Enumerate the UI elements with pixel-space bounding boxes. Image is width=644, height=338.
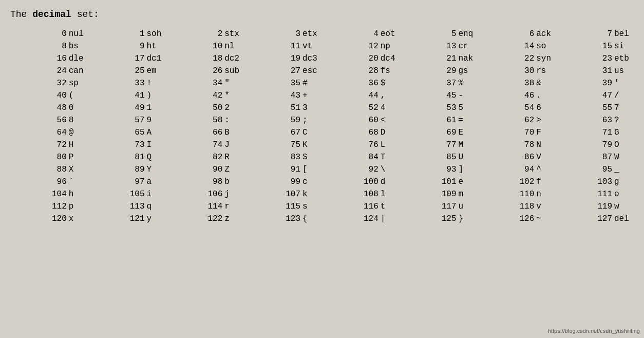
ascii-number: 100 bbox=[362, 177, 378, 186]
ascii-number: 43 bbox=[284, 91, 300, 100]
ascii-number: 62 bbox=[518, 116, 534, 125]
ascii-character: - bbox=[459, 91, 475, 100]
ascii-number: 58 bbox=[206, 116, 222, 125]
ascii-cell: 127del bbox=[556, 214, 634, 224]
ascii-number: 61 bbox=[440, 116, 457, 125]
ascii-number: 121 bbox=[128, 214, 145, 223]
ascii-character: K bbox=[302, 140, 319, 149]
ascii-character: S bbox=[302, 153, 319, 162]
ascii-number: 54 bbox=[518, 103, 534, 112]
ascii-cell: 18dc2 bbox=[166, 53, 244, 64]
ascii-number: 28 bbox=[362, 66, 378, 76]
ascii-character: q bbox=[147, 202, 163, 211]
ascii-cell: 62> bbox=[478, 115, 556, 125]
ascii-cell: 1soh bbox=[88, 29, 166, 39]
title-prefix: The bbox=[10, 9, 32, 20]
ascii-cell: 98b bbox=[166, 177, 244, 187]
ascii-number: 41 bbox=[128, 91, 145, 100]
ascii-number: 18 bbox=[206, 54, 222, 63]
ascii-character: n bbox=[536, 190, 553, 199]
ascii-number: 88 bbox=[50, 165, 67, 174]
ascii-cell: 15si bbox=[556, 41, 634, 51]
ascii-number: 114 bbox=[206, 202, 222, 211]
ascii-cell: 99c bbox=[244, 177, 322, 187]
ascii-cell: 74J bbox=[166, 140, 244, 150]
ascii-number: 50 bbox=[206, 103, 222, 112]
ascii-number: 109 bbox=[440, 190, 457, 199]
ascii-number: 36 bbox=[362, 79, 378, 88]
ascii-number: 92 bbox=[362, 165, 378, 174]
ascii-character: vt bbox=[302, 42, 319, 51]
ascii-number: 21 bbox=[440, 54, 457, 63]
ascii-cell: 96` bbox=[10, 177, 88, 187]
ascii-character: . bbox=[536, 91, 553, 100]
ascii-character: dc2 bbox=[224, 54, 241, 63]
ascii-number: 115 bbox=[284, 202, 300, 211]
ascii-cell: 34" bbox=[166, 78, 244, 88]
ascii-number: 110 bbox=[518, 190, 534, 199]
ascii-number: 106 bbox=[206, 190, 222, 199]
ascii-number: 116 bbox=[362, 202, 378, 211]
ascii-number: 85 bbox=[440, 153, 457, 162]
ascii-character: 0 bbox=[69, 103, 85, 112]
ascii-character: o bbox=[614, 190, 631, 199]
ascii-character: I bbox=[147, 140, 163, 149]
ascii-character: np bbox=[381, 42, 397, 51]
ascii-cell: 118v bbox=[478, 201, 556, 212]
ascii-cell: 47/ bbox=[556, 90, 634, 101]
ascii-character: O bbox=[614, 140, 631, 149]
ascii-number: 31 bbox=[596, 66, 612, 76]
ascii-number: 14 bbox=[518, 42, 534, 51]
ascii-character: stx bbox=[224, 29, 241, 39]
ascii-number: 53 bbox=[440, 103, 457, 112]
ascii-number: 123 bbox=[284, 214, 300, 223]
ascii-number: 32 bbox=[50, 79, 67, 88]
ascii-number: 47 bbox=[596, 91, 612, 100]
ascii-character: 5 bbox=[459, 103, 475, 112]
ascii-cell: 75K bbox=[244, 140, 322, 150]
ascii-cell: 86V bbox=[478, 152, 556, 162]
ascii-number: 12 bbox=[362, 42, 378, 51]
ascii-number: 66 bbox=[206, 128, 222, 137]
ascii-character: c bbox=[302, 177, 319, 186]
ascii-cell: 111o bbox=[556, 189, 634, 199]
ascii-character: E bbox=[459, 128, 475, 137]
ascii-number: 2 bbox=[206, 29, 222, 39]
ascii-number: 19 bbox=[284, 54, 300, 63]
ascii-cell: 29gs bbox=[400, 66, 478, 76]
ascii-cell: 80P bbox=[10, 152, 88, 162]
ascii-number: 102 bbox=[518, 177, 534, 186]
ascii-character: 6 bbox=[536, 103, 553, 112]
ascii-cell: 124| bbox=[322, 214, 400, 224]
ascii-number: 96 bbox=[50, 177, 67, 186]
ascii-character: [ bbox=[302, 165, 319, 174]
ascii-number: 124 bbox=[362, 214, 378, 223]
ascii-number: 81 bbox=[128, 153, 145, 162]
ascii-cell: 11vt bbox=[244, 41, 322, 51]
ascii-cell: 76L bbox=[322, 140, 400, 150]
ascii-cell: 24can bbox=[10, 66, 88, 76]
ascii-cell: 64@ bbox=[10, 127, 88, 138]
ascii-number: 59 bbox=[284, 116, 300, 125]
ascii-character: Q bbox=[147, 153, 163, 162]
ascii-character: & bbox=[536, 79, 553, 88]
ascii-number: 0 bbox=[50, 29, 67, 39]
ascii-character: i bbox=[147, 190, 163, 199]
ascii-cell: 46. bbox=[478, 90, 556, 101]
ascii-number: 48 bbox=[50, 103, 67, 112]
ascii-character: ; bbox=[302, 116, 319, 125]
ascii-cell: 4eot bbox=[322, 29, 400, 39]
ascii-character: cr bbox=[459, 42, 475, 51]
ascii-cell: 114r bbox=[166, 201, 244, 212]
ascii-character: 1 bbox=[147, 103, 163, 112]
ascii-number: 52 bbox=[362, 103, 378, 112]
ascii-character: 4 bbox=[381, 103, 397, 112]
ascii-table: 0nul1soh2stx3etx4eot5enq6ack7bel8bs9ht10… bbox=[10, 29, 634, 224]
ascii-number: 75 bbox=[284, 140, 300, 149]
ascii-number: 87 bbox=[596, 153, 612, 162]
ascii-cell: 60< bbox=[322, 115, 400, 125]
ascii-number: 57 bbox=[128, 116, 145, 125]
ascii-character: si bbox=[614, 42, 631, 51]
ascii-cell: 90Z bbox=[166, 164, 244, 175]
ascii-cell: 59; bbox=[244, 115, 322, 125]
